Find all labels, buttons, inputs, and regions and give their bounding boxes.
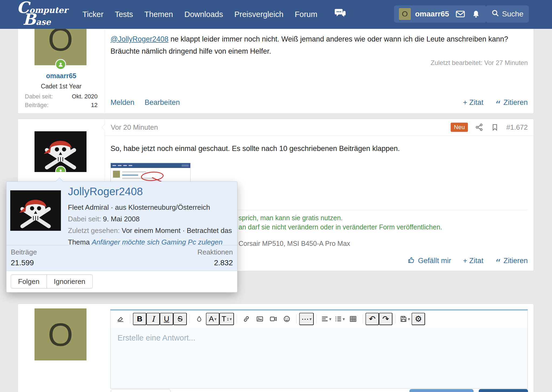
rich-text-editor: B I U S A▾ T↕▾ (110, 310, 528, 388)
editor-settings-gear-icon[interactable]: ⚙ (412, 313, 425, 325)
reactions-stat-label: Reaktionen (197, 248, 233, 256)
quote-plus-link[interactable]: + Zitat (463, 257, 484, 265)
reply-author-panel: O (18, 304, 105, 392)
search-icon (491, 9, 499, 19)
alignment-icon[interactable]: ▾ (319, 313, 333, 325)
account-area: O omaarr65 (394, 5, 486, 23)
thumbs-up-icon (407, 256, 415, 266)
joined-label: Dabei seit: (25, 93, 53, 100)
post-body: @JollyRoger2408 ne klappt leider immer n… (111, 33, 533, 57)
bookmark-icon[interactable] (491, 123, 499, 132)
nav-item-themen[interactable]: Themen (144, 10, 173, 19)
cite-link[interactable]: “Zitieren (495, 257, 528, 265)
report-link[interactable]: Melden (111, 98, 134, 107)
reactions-stat: Reaktionen 2.832 (197, 248, 233, 267)
thumbnail-header-bar (111, 163, 190, 168)
thumbnail-text-line (122, 171, 146, 173)
member-card-footer: Folgen Ignorieren (6, 271, 237, 292)
smiley-icon[interactable] (280, 313, 294, 325)
thumbnail-red-annotation (141, 171, 164, 182)
undo-icon[interactable]: ↶ (365, 313, 379, 325)
cutoff-button-blue-2[interactable] (479, 389, 528, 392)
caret-down-icon: ▾ (343, 317, 345, 322)
edit-link[interactable]: Bearbeiten (145, 98, 180, 107)
user-avatar[interactable]: O (399, 8, 411, 20)
posts-stat-label: Beiträge (11, 248, 37, 256)
post-timestamp[interactable]: Vor 20 Minuten (111, 123, 158, 132)
quote-icon: “ (495, 261, 501, 266)
member-tooltip-card: JollyRoger2408 Fleet Admiral · aus Klost… (6, 181, 237, 293)
list-icon[interactable]: ▾ (333, 313, 346, 325)
follow-button[interactable]: Folgen (11, 274, 47, 288)
account-username[interactable]: omaarr65 (415, 10, 449, 18)
font-size-button[interactable]: T↕▾ (219, 313, 234, 325)
ellipsis-icon: ⋯ (301, 315, 309, 324)
underline-button[interactable]: U (160, 313, 173, 325)
quote-icon: “ (495, 102, 501, 107)
member-last-seen-row: Zuletzt gesehen: Vor einem Moment · Betr… (68, 225, 234, 248)
posts-value: 12 (91, 102, 98, 109)
like-label: Gefällt mir (418, 257, 451, 265)
cite-label: Zitieren (503, 98, 528, 107)
bold-button[interactable]: B (133, 313, 146, 325)
post-header: Vor 20 Minuten Neu #1.672 (105, 119, 534, 136)
font-family-button[interactable]: A▾ (206, 313, 219, 325)
joined-value: 9. Mai 2008 (103, 215, 140, 223)
stats-divider (6, 245, 237, 245)
cite-label: Zitieren (503, 257, 528, 265)
toolbar-separator (189, 314, 190, 324)
quote-plus-link[interactable]: + Zitat (463, 98, 484, 107)
cutoff-button-blue-1[interactable] (409, 389, 474, 392)
cite-link[interactable]: “Zitieren (495, 98, 528, 107)
avatar-letter: O (48, 318, 73, 351)
member-name-link[interactable]: JollyRoger2408 (68, 185, 143, 198)
cutoff-button-white[interactable] (111, 389, 171, 392)
nav-item-preisvergleich[interactable]: Preisvergleich (234, 10, 283, 19)
member-joined-row: Dabei seit: 9. Mai 2008 (68, 213, 234, 225)
strikethrough-button[interactable]: S (173, 313, 187, 325)
post-text: ne klappt leider immer noch nicht. Weiß … (111, 35, 508, 55)
like-link[interactable]: Gefällt mir (407, 256, 451, 266)
nav-item-ticker[interactable]: Ticker (82, 10, 104, 19)
author-username-link[interactable]: omaarr65 (18, 72, 105, 80)
author-avatar-pirate-flag[interactable] (34, 131, 87, 172)
author-avatar[interactable]: O (34, 29, 87, 65)
forum-thread-page: Computer Base Ticker Tests Themen Downlo… (0, 0, 552, 392)
member-avatar-pirate-flag[interactable] (10, 190, 61, 231)
size-label: T (222, 315, 226, 323)
table-icon[interactable] (346, 313, 360, 325)
caret-down-icon: ▾ (408, 317, 410, 322)
alerts-bell-icon[interactable] (472, 9, 481, 19)
avatar-letter: O (48, 29, 73, 56)
ignore-button[interactable]: Ignorieren (47, 274, 93, 288)
search-button[interactable]: Suche (486, 5, 529, 23)
thumbnail-avatar (113, 171, 120, 178)
nav-item-downloads[interactable]: Downloads (184, 10, 223, 19)
insert-media-icon[interactable] (267, 313, 280, 325)
insert-link-icon[interactable] (240, 313, 253, 325)
text-color-droplet-icon[interactable] (192, 313, 206, 325)
mention-link[interactable]: @JollyRoger2408 (111, 35, 168, 43)
save-draft-icon[interactable]: ▾ (398, 313, 412, 325)
forum-post: O omaarr65 Cadet 1st Year Dabei seit: Ok… (18, 29, 534, 114)
thumbnail-text-line (122, 174, 138, 176)
italic-button[interactable]: I (146, 313, 160, 325)
nav-item-tests[interactable]: Tests (115, 10, 133, 19)
chat-icon[interactable] (334, 7, 346, 19)
messages-envelope-icon[interactable] (456, 9, 465, 19)
post-body: So, habe jetzt noch einmal geschaut. Es … (111, 143, 533, 155)
insert-image-icon[interactable] (253, 313, 267, 325)
redo-icon[interactable]: ↷ (379, 313, 392, 325)
editor-toolbar: B I U S A▾ T↕▾ (111, 310, 527, 328)
post-number-link[interactable]: #1.672 (506, 123, 528, 132)
posts-label: Beiträge: (25, 102, 49, 109)
author-posts-row: Beiträge: 12 (25, 102, 98, 109)
reply-input[interactable] (111, 328, 527, 388)
remove-format-icon[interactable] (114, 313, 127, 325)
more-options-button[interactable]: ⋯▾ (299, 313, 314, 325)
share-icon[interactable] (475, 123, 484, 132)
computerbase-logo[interactable]: Computer Base (17, 2, 68, 27)
posts-stat: Beiträge 21.599 (11, 248, 37, 267)
nav-item-forum[interactable]: Forum (295, 10, 318, 19)
reply-avatar[interactable]: O (34, 308, 87, 360)
